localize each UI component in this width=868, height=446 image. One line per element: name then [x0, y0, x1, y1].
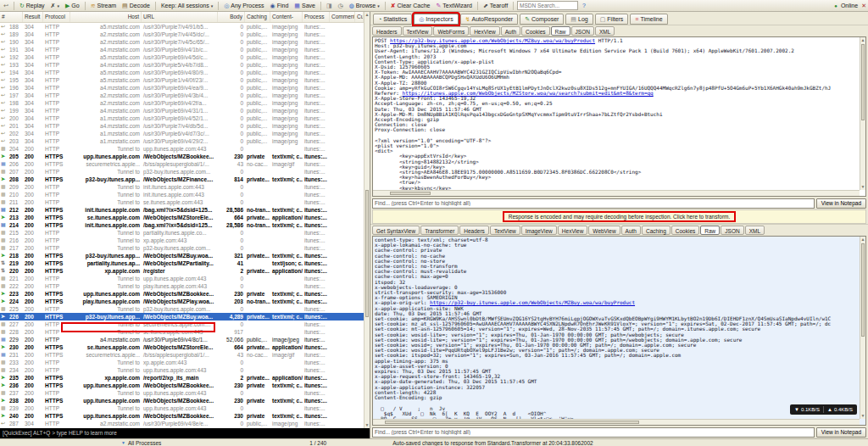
request-tab-auth[interactable]: Auth [501, 26, 520, 36]
scrollbar-thumb[interactable] [390, 192, 431, 195]
process-filter-label[interactable]: All Processes [128, 440, 161, 446]
toolbar-button-icon[interactable]: ✗▾ [49, 1, 61, 11]
scroll-up-icon[interactable]: ▲ [860, 37, 865, 43]
toolbar-button-any-process[interactable]: ◎Any Process [222, 1, 265, 11]
scrollbar-thumb[interactable] [365, 190, 369, 317]
toolbar-button-icon[interactable]: ◨ [325, 1, 334, 11]
toolbar-button-replay[interactable]: ↻Replay [18, 1, 47, 11]
scrollbar-thumb[interactable] [861, 243, 865, 337]
response-view-in-notepad-button[interactable]: View in Notepad [816, 427, 866, 438]
response-horizontal-scrollbar[interactable] [373, 419, 860, 425]
toolbar-button-save[interactable]: ▦Save [292, 1, 317, 11]
request-tab-raw[interactable]: Raw [551, 26, 570, 36]
response-tab-json[interactable]: JSON [721, 226, 743, 235]
scroll-down-icon[interactable]: ▼ [364, 422, 370, 428]
response-tab-headers[interactable]: Headers [459, 226, 489, 235]
response-vertical-scrollbar[interactable]: ▲ ▼ [860, 237, 865, 419]
table-row[interactable]: ➤235200HTTPSxp.apple.com/report/2/xp_its… [0, 374, 364, 382]
table-row[interactable]: ▩228200HTTPTunnel tose.itunes.apple.com:… [0, 328, 364, 336]
toolbar-button-icon[interactable]: ↩ [2, 1, 10, 11]
table-row[interactable]: ▦231200HTTPSsecuremetrics.apple.../b/ss/… [0, 351, 364, 359]
response-tab-transformer[interactable]: Transformer [420, 226, 459, 235]
online-status-label[interactable]: Online [841, 3, 858, 8]
close-icon[interactable]: ✕ [861, 3, 866, 9]
request-tab-headers[interactable]: Headers [372, 26, 402, 36]
request-tab-cookies[interactable]: Cookies [521, 26, 549, 36]
table-row[interactable]: ▩225200HTTPTunnel top32-buy.itunes.apple… [0, 305, 364, 313]
request-view-in-notepad-button[interactable]: View in Notepad [816, 198, 866, 209]
response-tab-textview[interactable]: TextView [490, 226, 520, 235]
tab-timeline[interactable]: ≡Timeline [630, 14, 667, 25]
column-header-host[interactable]: Host [70, 12, 142, 22]
request-raw-view[interactable]: POST https://p32-buy.itunes.apple.com/We… [372, 36, 866, 197]
response-find-input[interactable] [372, 427, 815, 438]
table-row[interactable]: ➤224200HTTPSplay.itunes.apple.com/WebObj… [0, 298, 364, 305]
response-tab-hexview[interactable]: HexView [558, 226, 588, 235]
table-row[interactable]: ↩196304HTTPa4.mzstatic.com/us/r30/Purple… [0, 84, 364, 92]
table-row[interactable]: ↩191304HTTPa4.mzstatic.com/us/r30/Purple… [0, 46, 364, 53]
table-row[interactable]: ▩204200HTTPTunnel toupp.itunes.apple.com… [0, 145, 364, 153]
response-tab-webview[interactable]: WebView [588, 226, 620, 235]
tab-autoresponder[interactable]: ↯AutoResponder [460, 14, 519, 25]
request-tab-json[interactable]: JSON [571, 26, 594, 36]
request-tab-textview[interactable]: TextView [403, 26, 433, 36]
toolbar-button-keep-all-sessions[interactable]: Keep: All sessions▾ [159, 1, 214, 11]
quickexec-bar[interactable]: [QuickExec] ALT+Q > type HELP to learn m… [0, 428, 370, 438]
scrollbar-thumb[interactable] [385, 421, 639, 424]
toolbar-button-clear-cache[interactable]: ✘Clear Cache [389, 1, 432, 11]
column-header-#[interactable]: # [0, 12, 23, 22]
table-row[interactable]: ➤230200HTTPSse.itunes.apple.com/WebObjec… [0, 343, 364, 351]
table-row[interactable]: ▩211200HTTPTunnel tose.itunes.apple.com:… [0, 198, 364, 206]
response-tab-imageview[interactable]: ImageView [521, 226, 557, 235]
tab-filters[interactable]: ▢Filters [595, 14, 629, 25]
table-row[interactable]: ➤240200HTTPSupp.itunes.apple.com/WebObje… [0, 412, 364, 420]
toolbar-button-stream[interactable]: ≋Stream [89, 1, 118, 11]
scroll-down-icon[interactable]: ▼ [860, 413, 865, 419]
table-row[interactable]: ↩190304HTTPa2.mzstatic.com/us/r30/Purple… [0, 38, 364, 46]
toolbar-button-icon[interactable]: ? [581, 1, 587, 11]
request-vertical-scrollbar[interactable]: ▲ ▼ [860, 37, 865, 190]
table-row[interactable]: ➤218200HTTPSp32-buy.itunes.app.../WebObj… [0, 252, 364, 259]
decode-response-link[interactable]: Response is encoded and may require deco… [503, 211, 737, 222]
table-row[interactable]: ↩201304HTTPa4.mzstatic.com/us/r30/Purple… [0, 122, 364, 130]
toolbar-button-go[interactable]: ▶Go [64, 1, 81, 11]
request-horizontal-scrollbar[interactable] [373, 190, 860, 196]
table-row[interactable]: ▩207200HTTPTunnel top32-buy.itunes.apple… [0, 168, 364, 176]
table-row[interactable]: ↩198304HTTPa2.mzstatic.com/us/r30/Purple… [0, 99, 364, 107]
request-raw-text[interactable]: POST https://p32-buy.itunes.apple.com/We… [373, 37, 865, 196]
response-tab-raw[interactable]: Raw [700, 226, 720, 235]
sessions-scrollbar[interactable]: ▲ ▼ [364, 12, 370, 428]
table-row[interactable]: ▩239200HTTPTunnel toupp.itunes.apple.com… [0, 404, 364, 412]
table-row[interactable]: ▩209200HTTPTunnel toinit.itunes.apple.co… [0, 183, 364, 191]
table-row[interactable]: ➤213200HTTPSse.itunes.apple.com/WebObjec… [0, 214, 364, 221]
response-raw-text[interactable]: content-type: text/xml; charset=utf-8 x-… [373, 237, 865, 425]
column-header-body[interactable]: Body [218, 12, 245, 22]
scroll-up-icon[interactable]: ▲ [364, 12, 370, 18]
table-row[interactable]: ▩233200HTTPTunnel toxp.apple.com:4430itu… [0, 359, 364, 366]
toolbar-button-icon[interactable]: ◷ [337, 1, 345, 11]
table-row[interactable]: ↩202304HTTPa1.mzstatic.com/us/r30/Purple… [0, 130, 364, 137]
toolbar-button-tearoff[interactable]: ⬈Tearoff [481, 1, 509, 11]
table-row[interactable]: ↩199304HTTPa4.mzstatic.com/us/r30/Purple… [0, 107, 364, 114]
table-row[interactable]: ↩188304HTTPa5.mzstatic.com/us/r30/Purple… [0, 23, 364, 31]
table-row[interactable]: ↩194304HTTPa5.mzstatic.com/us/r30/Purple… [0, 69, 364, 76]
msdn-search-input[interactable] [517, 1, 578, 10]
request-tab-xml[interactable]: XML [595, 26, 615, 36]
column-header-custom[interactable]: Custom [355, 12, 364, 22]
table-row[interactable]: ▩210200HTTPTunnel toinit.itunes.apple.co… [0, 191, 364, 198]
tab-statistics[interactable]: ◔Statistics [373, 14, 412, 25]
toolbar-button-browse[interactable]: ◍Browse▾ [348, 1, 381, 11]
session-list[interactable]: ↩188304HTTPa5.mzstatic.com/us/r30/Purple… [0, 23, 370, 428]
response-tab-get-syntaxview[interactable]: Get SyntaxView [372, 226, 420, 235]
table-row[interactable]: ➤205200HTTPSupp.itunes.apple.com/WebObje… [0, 153, 364, 160]
process-filter-icon[interactable]: ▼ [121, 440, 125, 445]
table-row-selected[interactable]: ➤226200HTTPSp32-buy.itunes.app.../WebObj… [0, 313, 364, 321]
table-row[interactable]: ⇅219200HTTPSpartiality.itunes.ap.../WebO… [0, 259, 364, 267]
column-header-process[interactable]: Process [303, 12, 330, 22]
response-tab-auth[interactable]: Auth [621, 226, 641, 235]
table-row[interactable]: ↩193304HTTPa4.mzstatic.com/us/r30/Purple… [0, 61, 364, 69]
table-row[interactable]: ▤214200HTTPSinit.itunes.apple.com/bag.xm… [0, 221, 364, 229]
table-row[interactable]: ▩227200HTTPTunnel tosecuremetrics.apple.… [0, 321, 364, 328]
toolbar-button-textwizard[interactable]: ✎TextWizard [434, 1, 474, 11]
toolbar-button-find[interactable]: ◉Find [269, 1, 291, 11]
